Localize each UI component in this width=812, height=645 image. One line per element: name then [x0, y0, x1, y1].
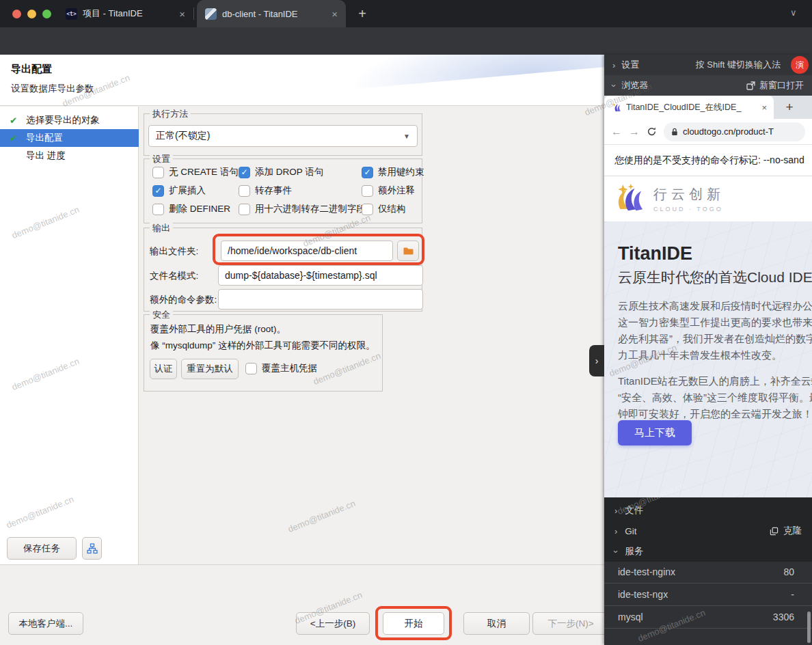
- service-row[interactable]: mysql3306: [604, 606, 812, 629]
- chevron-down-icon[interactable]: ∨: [790, 8, 797, 18]
- traffic-light-close[interactable]: [12, 10, 21, 18]
- back-icon[interactable]: ←: [611, 126, 622, 138]
- browser-window: <t> 项目 - TitanIDE × db-client - TitanIDE…: [0, 0, 812, 645]
- back-step-button[interactable]: <上一步(B): [296, 612, 370, 635]
- reset-default-button[interactable]: 重置为默认: [181, 359, 239, 379]
- wizard-header: 导出配置 设置数据库导出参数: [0, 55, 604, 106]
- chevron-right-icon: ›: [614, 526, 617, 536]
- checkbox[interactable]: [245, 363, 257, 374]
- checkbox[interactable]: [362, 204, 373, 215]
- checkbox-dump-events[interactable]: 转存事件: [239, 184, 292, 197]
- group-label: 安全: [150, 309, 173, 321]
- checkbox-hex-blob[interactable]: 用十六进制转存二进制字段: [239, 203, 366, 215]
- checkbox-remove-definer[interactable]: 删除 DEFINER: [152, 203, 230, 215]
- tab-strip: <t> 项目 - TitanIDE × db-client - TitanIDE…: [0, 0, 812, 27]
- clone-button[interactable]: 克隆: [770, 525, 802, 537]
- checkbox[interactable]: [152, 167, 164, 178]
- checkbox-extra-comments[interactable]: 额外注释: [362, 184, 415, 197]
- chevron-right-icon: ›: [614, 506, 617, 516]
- checkbox-no-create[interactable]: 无 CREATE 语句: [152, 166, 239, 178]
- settings-group: 设置 无 CREATE 语句 添加 DROP 语句 禁用键约束 扩展插入 转存事…: [144, 159, 422, 223]
- checkbox[interactable]: [239, 167, 250, 178]
- step-select-objects[interactable]: ✔ 选择要导出的对象: [0, 111, 139, 129]
- hero-subtitle: 云原生时代您的首选Cloud IDE: [618, 268, 812, 287]
- service-row[interactable]: ide-test-nginx80: [604, 561, 812, 584]
- export-wizard-dialog: 导出配置 设置数据库导出参数 ✔ 选择要导出的对象 ✔ 导出配置 ✔ 导出 进度…: [0, 55, 604, 645]
- extra-args-input[interactable]: [218, 289, 423, 310]
- group-label: 输出: [150, 222, 173, 234]
- files-section-header[interactable]: › 文件: [604, 500, 812, 521]
- check-icon: ✔: [10, 115, 21, 126]
- start-button[interactable]: 开始: [383, 612, 444, 635]
- step-label: 导出配置: [26, 132, 63, 144]
- tab-db-client[interactable]: db-client - TitanIDE ×: [197, 0, 346, 27]
- checkbox[interactable]: [362, 167, 373, 178]
- hero-section: TitanIDE 云原生时代您的首选Cloud IDE 云原生技术高速发展和后疫…: [604, 221, 812, 497]
- chevron-down-icon: ›: [611, 550, 621, 553]
- chevron-down-icon: ›: [609, 84, 619, 87]
- step-export-config[interactable]: ✔ 导出配置: [0, 129, 139, 147]
- forward-icon[interactable]: →: [629, 126, 640, 138]
- execution-method-select[interactable]: 正常(不锁定) ▼: [148, 125, 418, 147]
- clone-icon: [770, 527, 779, 536]
- close-icon[interactable]: ×: [761, 102, 767, 113]
- close-icon[interactable]: ×: [331, 8, 338, 20]
- step-label: 导出 进度: [26, 150, 66, 162]
- local-client-button[interactable]: 本地客户端...: [8, 612, 83, 635]
- close-icon[interactable]: ×: [179, 8, 185, 20]
- services-section-header[interactable]: › 服务: [604, 541, 812, 562]
- checkbox[interactable]: [239, 204, 250, 215]
- new-tab-button[interactable]: +: [353, 4, 372, 23]
- scrollbar-thumb[interactable]: [807, 612, 811, 643]
- checkbox[interactable]: [239, 185, 250, 197]
- hero-paragraph: 必先利其器”，我们开发者在创造灿烂的数字化: [618, 331, 812, 347]
- task-list-button[interactable]: [82, 537, 102, 560]
- preview-address-bar: ← → cloudtogo.cn/product-T: [604, 119, 812, 145]
- services-list: ide-test-java- ide-test-nginx80 ide-test…: [604, 549, 812, 645]
- new-tab-button[interactable]: +: [781, 98, 798, 116]
- cloudtogo-logo: [614, 183, 645, 215]
- output-folder-input[interactable]: [221, 241, 393, 261]
- preview-tab-bar: TitanIDE_CloudIDE_在线IDE_ × +: [604, 96, 812, 119]
- service-row[interactable]: ide-test-ngx-: [604, 584, 812, 606]
- browser-toolbar: ← → ⌂ try.titanide.cn/ide/web/coding/db-…: [0, 27, 812, 55]
- browse-folder-button[interactable]: [397, 241, 419, 261]
- checkbox-override-host-credentials[interactable]: 覆盖主机凭据: [245, 362, 317, 374]
- step-label: 选择要导出的对象: [26, 114, 100, 126]
- browser-section-header[interactable]: › 浏览器 新窗口打开: [604, 75, 812, 96]
- panel-collapse-handle[interactable]: ›: [589, 345, 604, 376]
- settings-section-header[interactable]: › 设置 按 Shift 键切换输入法 演: [604, 55, 812, 75]
- traffic-light-maximize[interactable]: [42, 10, 51, 18]
- checkbox-disable-keys[interactable]: 禁用键约束: [362, 166, 424, 178]
- reload-icon[interactable]: [647, 126, 657, 137]
- brand-name: 行云创新: [653, 185, 725, 204]
- tab-project[interactable]: <t> 项目 - TitanIDE ×: [57, 0, 193, 27]
- authenticate-button[interactable]: 认证: [150, 359, 177, 379]
- security-text: 像 “mysqldump” 这样的外部工具可能需要不同的权限。: [150, 340, 375, 352]
- git-section-header[interactable]: › Git 克隆: [604, 521, 812, 541]
- save-task-button[interactable]: 保存任务: [7, 537, 77, 560]
- checkbox[interactable]: [152, 204, 164, 215]
- file-pattern-input[interactable]: [218, 265, 423, 286]
- step-export-progress[interactable]: ✔ 导出 进度: [0, 147, 139, 165]
- cancel-button[interactable]: 取消: [463, 612, 530, 635]
- section-label: 服务: [625, 545, 643, 558]
- footer-divider: [0, 564, 604, 565]
- ide-side-panel: › 设置 按 Shift 键切换输入法 演 › 浏览器 新窗口打开 TitanI…: [604, 55, 812, 645]
- tab-separator: [193, 8, 194, 20]
- checkbox-structure-only[interactable]: 仅结构: [362, 203, 406, 215]
- url-field[interactable]: cloudtogo.cn/product-T: [664, 122, 805, 141]
- brand-subtitle: CLOUD · TOGO: [653, 206, 725, 212]
- download-now-button[interactable]: 马上下载: [618, 420, 692, 445]
- checkbox-extended-insert[interactable]: 扩展插入: [152, 184, 206, 197]
- chevron-down-icon: ▼: [403, 133, 410, 140]
- folder-icon: [403, 246, 414, 256]
- next-step-button[interactable]: 下一步(N)>: [532, 612, 604, 635]
- traffic-light-minimize[interactable]: [27, 10, 36, 18]
- checkbox-add-drop[interactable]: 添加 DROP 语句: [239, 166, 323, 178]
- checkbox[interactable]: [362, 185, 373, 197]
- hero-paragraph: “安全、高效、体验”这三个维度取得平衡。最: [618, 389, 812, 406]
- open-new-window-button[interactable]: 新窗口打开: [746, 79, 804, 92]
- checkbox[interactable]: [152, 185, 164, 197]
- preview-tab[interactable]: TitanIDE_CloudIDE_在线IDE_ ×: [604, 96, 774, 119]
